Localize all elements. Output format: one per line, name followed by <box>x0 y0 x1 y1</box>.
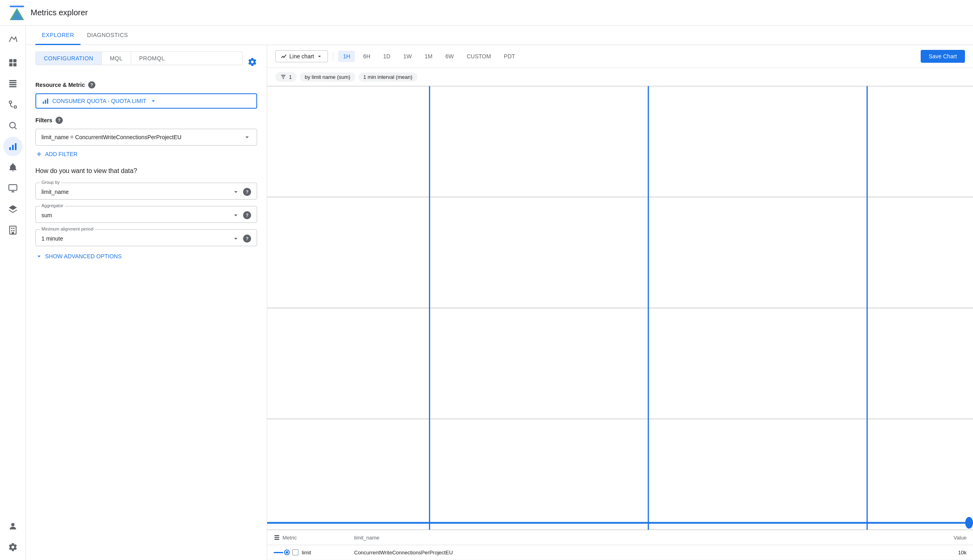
time-btn-custom[interactable]: CUSTOM <box>462 51 496 62</box>
group-by-help-icon[interactable]: ? <box>243 188 251 196</box>
toolbar-divider <box>333 51 333 61</box>
svg-point-12 <box>14 106 16 108</box>
content-area: EXPLORER DIAGNOSTICS CONFIGURATION MQL P… <box>26 26 973 560</box>
tab-diagnostics[interactable]: DIAGNOSTICS <box>80 26 134 45</box>
time-btn-1d[interactable]: 1D <box>378 51 395 62</box>
sidebar-item-table[interactable] <box>3 74 23 93</box>
svg-point-28 <box>11 523 14 526</box>
time-btn-6w[interactable]: 6W <box>441 51 459 62</box>
sidebar-item-building[interactable] <box>3 220 23 240</box>
row-checkbox[interactable] <box>292 549 299 556</box>
group-by-chip-label: by limit name (sum) <box>305 74 350 80</box>
sidebar <box>0 26 26 560</box>
svg-rect-0 <box>10 6 24 7</box>
resource-metric-button[interactable]: CONSUMER QUOTA - QUOTA LIMIT <box>35 93 257 109</box>
sidebar-item-layers[interactable] <box>3 200 23 219</box>
tab-bar: EXPLORER DIAGNOSTICS <box>26 26 973 45</box>
sidebar-item-person[interactable] <box>3 517 23 536</box>
save-chart-button[interactable]: Save Chart <box>921 50 965 63</box>
svg-marker-21 <box>9 205 17 210</box>
alignment-help-icon[interactable]: ? <box>243 235 251 243</box>
filter-chip-icon <box>280 74 287 80</box>
alignment-period-field: Minimum alignment period 1 minute ? <box>35 229 257 246</box>
svg-rect-17 <box>15 143 16 150</box>
value-cell: 10k <box>855 545 973 560</box>
config-tab-configuration[interactable]: CONFIGURATION <box>36 52 102 65</box>
group-by-dropdown-icon[interactable] <box>232 188 240 196</box>
filter-count-chip[interactable]: 1 <box>275 72 297 82</box>
limit-name-cell: ConcurrentWriteConnectionsPerProjectEU <box>348 545 855 560</box>
metric-cell: limit <box>267 545 348 560</box>
svg-point-11 <box>9 101 12 103</box>
sidebar-item-settings[interactable] <box>3 537 23 557</box>
interval-chip-label: 1 min interval (mean) <box>363 74 412 80</box>
aggregator-dropdown-icon[interactable] <box>232 211 240 219</box>
line-chart-icon <box>280 53 287 60</box>
sidebar-item-alerts[interactable] <box>3 158 23 177</box>
split-view: CONFIGURATION MQL PROMQL Resource & Metr… <box>26 45 973 560</box>
config-tab-promql[interactable]: PROMQL <box>131 52 173 65</box>
col-limit-name: limit_name <box>348 530 855 545</box>
time-btn-1w[interactable]: 1W <box>398 51 416 62</box>
filters-section: Filters ? <box>35 117 257 124</box>
chart-toolbar: Line chart 1H 6H 1D 1W 1M 6W CUSTOM PDT … <box>267 45 973 68</box>
time-btn-1h[interactable]: 1H <box>338 51 355 62</box>
svg-rect-27 <box>12 232 14 234</box>
svg-rect-57 <box>274 535 279 536</box>
config-tab-mql[interactable]: MQL <box>102 52 131 65</box>
group-by-chip[interactable]: by limit name (sum) <box>300 72 355 82</box>
resource-metric-section: Resource & Metric ? <box>35 81 257 89</box>
aggregator-help-icon[interactable]: ? <box>243 211 251 219</box>
svg-rect-29 <box>43 102 44 104</box>
svg-rect-7 <box>9 80 16 81</box>
top-bar: Metrics explorer <box>0 0 973 26</box>
config-tabs: CONFIGURATION MQL PROMQL <box>35 51 243 65</box>
filter-chip-count: 1 <box>289 74 292 80</box>
time-btn-1m[interactable]: 1M <box>420 51 437 62</box>
svg-rect-4 <box>13 59 16 62</box>
svg-rect-26 <box>13 230 14 231</box>
svg-point-44 <box>965 517 973 529</box>
config-gear-icon[interactable] <box>247 57 257 68</box>
chart-outer: UTC-7 2:10 PM 2:15 PM 2:20 PM 2:25 PM 2:… <box>267 86 973 560</box>
show-advanced-options-button[interactable]: SHOW ADVANCED OPTIONS <box>35 253 257 260</box>
time-btn-pdt[interactable]: PDT <box>499 51 520 62</box>
table-row: limit ConcurrentWriteConnectionsPerProje… <box>267 545 973 560</box>
svg-rect-25 <box>11 230 12 231</box>
time-btn-6h[interactable]: 6H <box>358 51 375 62</box>
svg-rect-8 <box>9 82 16 83</box>
svg-rect-24 <box>13 228 14 229</box>
app-logo-icon <box>10 6 24 20</box>
add-filter-button[interactable]: ADD FILTER <box>35 150 257 158</box>
sidebar-item-monitor[interactable] <box>3 179 23 198</box>
filter-row[interactable]: limit_name = ConcurrentWriteConnectionsP… <box>35 129 257 146</box>
sidebar-item-route[interactable] <box>3 95 23 114</box>
resource-metric-help-icon[interactable]: ? <box>88 81 95 89</box>
svg-rect-15 <box>9 147 11 150</box>
svg-rect-5 <box>9 63 12 66</box>
chart-type-selector[interactable]: Line chart <box>275 50 328 62</box>
left-panel: CONFIGURATION MQL PROMQL Resource & Metr… <box>26 45 267 560</box>
filters-help-icon[interactable]: ? <box>56 117 63 124</box>
interval-chip[interactable]: 1 min interval (mean) <box>359 72 417 82</box>
svg-line-14 <box>14 128 16 129</box>
sidebar-item-dashboard[interactable] <box>3 53 23 72</box>
svg-rect-18 <box>9 185 17 190</box>
col-metric: Metric <box>267 530 348 545</box>
chart-svg: UTC-7 2:10 PM 2:15 PM 2:20 PM 2:25 PM 2:… <box>267 86 973 530</box>
sidebar-item-logo[interactable] <box>3 29 23 48</box>
svg-rect-16 <box>12 145 14 150</box>
svg-rect-9 <box>9 84 16 85</box>
svg-rect-58 <box>274 537 279 538</box>
svg-rect-3 <box>9 59 12 62</box>
col-value: Value <box>855 530 973 545</box>
svg-rect-59 <box>274 539 279 540</box>
tab-explorer[interactable]: EXPLORER <box>35 26 80 45</box>
sidebar-item-search[interactable] <box>3 116 23 135</box>
chart-area: UTC-7 2:10 PM 2:15 PM 2:20 PM 2:25 PM 2:… <box>267 86 973 530</box>
view-data-question: How do you want to view that data? <box>35 167 257 175</box>
sidebar-item-metrics[interactable] <box>3 137 23 156</box>
right-panel: Line chart 1H 6H 1D 1W 1M 6W CUSTOM PDT … <box>267 45 973 560</box>
chart-type-dropdown-icon <box>316 53 323 60</box>
alignment-dropdown-icon[interactable] <box>232 235 240 243</box>
